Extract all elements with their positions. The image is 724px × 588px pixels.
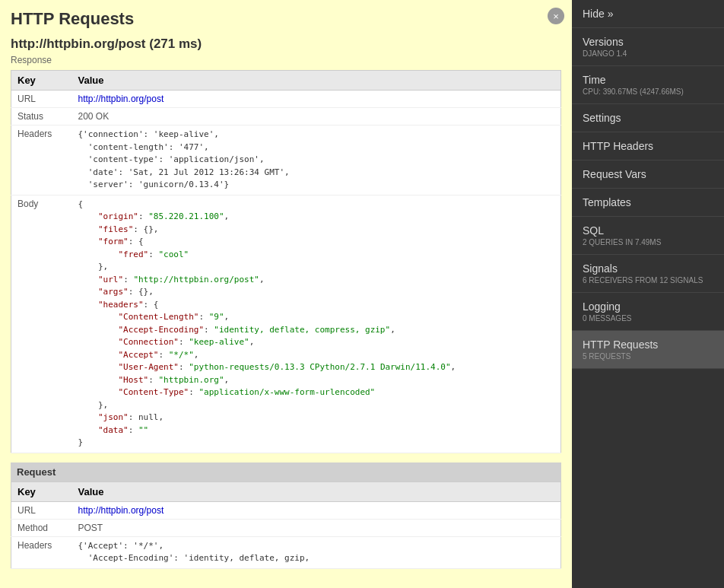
sidebar-item-title-logging: Logging [583,300,713,313]
sidebar-item-subtitle-time: CPU: 390.67ms (4247.66ms) [583,87,713,96]
request-col-value: Value [72,482,561,501]
sidebar-item-request-vars[interactable]: Request Vars [572,161,724,189]
close-button[interactable]: × [548,8,564,24]
sidebar-item-http-requests[interactable]: HTTP Requests5 requests [572,331,724,369]
sidebar-item-logging[interactable]: Logging0 messages [572,293,724,331]
sidebar-item-sql[interactable]: SQL2 queries in 7.49ms [572,217,724,255]
sidebar-item-settings[interactable]: Settings [572,104,724,132]
sidebar-item-versions[interactable]: VersionsDjango 1.4 [572,28,724,66]
request-table: Key Value URLhttp://httpbin.org/postMeth… [11,482,561,569]
row-key: URL [11,501,72,519]
row-value: {'connection': 'keep-alive', 'content-le… [72,126,561,195]
request-col-key: Key [11,482,72,501]
sidebar-item-templates[interactable]: Templates [572,189,724,217]
table-row: Status200 OK [11,108,561,126]
table-row: Body{ "origin": "85.220.21.100", "files"… [11,195,561,453]
table-row: URLhttp://httpbin.org/post [11,91,561,108]
table-row: Headers{'Accept': '*/*', 'Accept-Encodin… [11,536,561,568]
request-url: http://httpbin.org/post (271 ms) [11,37,561,52]
row-value: POST [72,519,561,536]
row-key: Headers [11,536,72,568]
response-label: Response [11,55,561,65]
response-col-value: Value [72,71,561,91]
page-title: HTTP Requests [11,9,561,29]
hide-label: Hide » [583,8,613,20]
sidebar-item-title-time: Time [583,74,713,86]
sidebar-item-title-versions: Versions [583,36,713,48]
sidebar-item-title-http-requests: HTTP Requests [583,338,713,351]
hide-button[interactable]: Hide » [572,0,724,28]
sidebar-item-subtitle-versions: Django 1.4 [583,49,713,58]
sidebar-item-title-http-headers: HTTP Headers [583,140,713,152]
table-row: MethodPOST [11,519,561,536]
sidebar-item-title-signals: Signals [583,262,713,275]
row-value: { "origin": "85.220.21.100", "files": {}… [72,195,561,453]
sidebar-item-title-settings: Settings [583,112,713,124]
row-value: http://httpbin.org/post [72,501,561,519]
response-col-key: Key [11,71,72,91]
sidebar-item-title-request-vars: Request Vars [583,168,713,180]
response-table: Key Value URLhttp://httpbin.org/postStat… [11,70,561,453]
row-value: {'Accept': '*/*', 'Accept-Encoding': 'id… [72,536,561,568]
sidebar-item-signals[interactable]: Signals6 receivers from 12 signals [572,255,724,293]
sidebar-item-title-sql: SQL [583,224,713,237]
close-icon: × [553,11,559,22]
row-key: URL [11,91,72,108]
main-panel: × HTTP Requests http://httpbin.org/post … [0,0,572,588]
row-key: Method [11,519,72,536]
row-key: Headers [11,126,72,195]
table-row: URLhttp://httpbin.org/post [11,501,561,519]
row-key: Status [11,108,72,126]
sidebar-item-subtitle-logging: 0 messages [583,314,713,323]
sidebar-item-subtitle-sql: 2 queries in 7.49ms [583,238,713,246]
sidebar-item-title-templates: Templates [583,196,713,208]
sidebar: Hide » VersionsDjango 1.4TimeCPU: 390.67… [572,0,724,588]
row-value: http://httpbin.org/post [72,91,561,108]
sidebar-item-http-headers[interactable]: HTTP Headers [572,132,724,161]
row-key: Body [11,195,72,453]
sidebar-item-time[interactable]: TimeCPU: 390.67ms (4247.66ms) [572,66,724,104]
request-section-header: Request [11,462,561,482]
row-value: 200 OK [72,108,561,126]
sidebar-item-subtitle-http-requests: 5 requests [583,352,713,361]
sidebar-item-subtitle-signals: 6 receivers from 12 signals [583,276,713,284]
table-row: Headers{'connection': 'keep-alive', 'con… [11,126,561,195]
